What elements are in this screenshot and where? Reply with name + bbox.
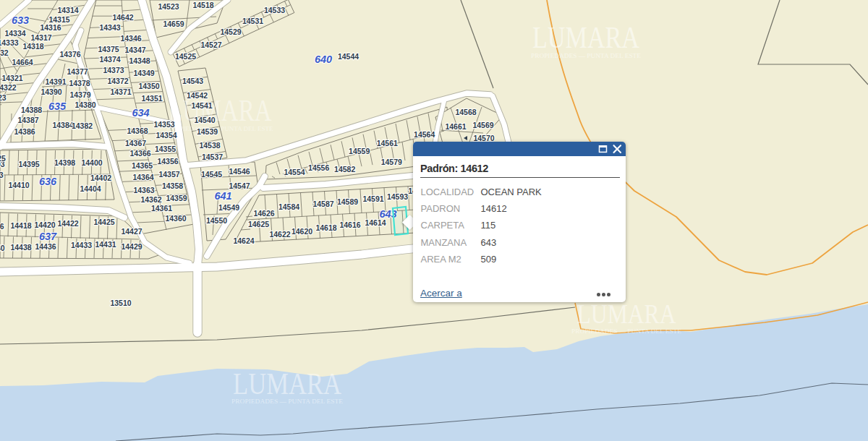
svg-text:14410: 14410: [8, 181, 29, 189]
svg-text:14380: 14380: [75, 100, 95, 109]
svg-text:14546: 14546: [229, 167, 250, 176]
svg-text:633: 633: [12, 14, 29, 26]
svg-text:14664: 14664: [12, 58, 33, 67]
svg-text:14368: 14368: [127, 127, 148, 135]
svg-text:634: 634: [132, 107, 149, 119]
svg-text:14550: 14550: [206, 216, 227, 225]
svg-text:14427: 14427: [121, 227, 142, 236]
svg-text:14537: 14537: [202, 153, 223, 161]
svg-text:14377: 14377: [67, 67, 88, 76]
svg-text:14416: 14416: [0, 222, 4, 231]
svg-text:14549: 14549: [218, 203, 239, 212]
svg-text:14625: 14625: [248, 220, 269, 228]
svg-text:14357: 14357: [158, 170, 179, 179]
svg-text:25: 25: [0, 154, 6, 163]
svg-text:14404: 14404: [80, 184, 101, 193]
svg-text:14570: 14570: [473, 134, 494, 142]
svg-text:14400: 14400: [81, 158, 102, 167]
svg-text:LUMARA: LUMARA: [577, 299, 676, 329]
svg-text:14539: 14539: [197, 127, 218, 136]
svg-text:14379: 14379: [69, 90, 90, 99]
svg-text:641: 641: [214, 190, 231, 202]
svg-text:14349: 14349: [133, 69, 154, 77]
svg-text:14559: 14559: [349, 147, 370, 155]
svg-text:LUMARA: LUMARA: [169, 94, 273, 127]
svg-text:14587: 14587: [312, 200, 333, 208]
svg-text:14554: 14554: [284, 168, 305, 176]
svg-text:14318: 14318: [22, 42, 43, 51]
svg-text:14402: 14402: [90, 174, 111, 182]
svg-text:14363: 14363: [133, 186, 154, 194]
svg-text:14579: 14579: [381, 158, 402, 166]
svg-text:14350: 14350: [138, 82, 159, 90]
svg-text:14375: 14375: [98, 45, 119, 53]
svg-text:14365: 14365: [132, 161, 153, 170]
svg-text:14367: 14367: [125, 139, 146, 147]
svg-text:14618: 14618: [315, 223, 336, 232]
svg-text:14346: 14346: [120, 34, 141, 43]
svg-text:14616: 14616: [339, 220, 360, 229]
svg-text:14642: 14642: [112, 13, 133, 22]
svg-text:14384: 14384: [52, 121, 73, 129]
svg-text:640: 640: [315, 53, 332, 65]
svg-text:14398: 14398: [54, 158, 75, 167]
svg-text:14626: 14626: [253, 209, 274, 218]
svg-text:14360: 14360: [165, 214, 186, 223]
svg-text:14568: 14568: [455, 108, 476, 116]
svg-text:14540: 14540: [194, 116, 215, 124]
svg-text:PROPIEDADES — PUNTA DEL ESTE: PROPIEDADES — PUNTA DEL ESTE: [231, 398, 344, 405]
svg-text:14355: 14355: [155, 145, 176, 153]
svg-text:14420: 14420: [34, 220, 55, 229]
svg-text:14431: 14431: [95, 240, 116, 249]
svg-text:14541: 14541: [191, 101, 212, 110]
svg-text:14620: 14620: [292, 227, 312, 236]
svg-text:14436: 14436: [35, 242, 56, 251]
svg-text:14356: 14356: [157, 157, 178, 166]
svg-text:14661: 14661: [445, 122, 466, 131]
svg-text:14361: 14361: [151, 204, 172, 213]
svg-text:14374: 14374: [99, 55, 120, 64]
svg-text:14362: 14362: [140, 195, 161, 204]
svg-text:14614: 14614: [365, 218, 386, 227]
svg-text:14533: 14533: [264, 6, 285, 14]
svg-text:14364: 14364: [132, 173, 153, 181]
svg-text:14425: 14425: [93, 218, 114, 226]
svg-text:14543: 14543: [182, 77, 203, 85]
svg-text:14333: 14333: [0, 38, 19, 47]
svg-text:14403: 14403: [0, 171, 4, 179]
svg-text:14395: 14395: [18, 160, 39, 168]
svg-text:14316: 14316: [40, 23, 61, 32]
svg-text:14373: 14373: [103, 66, 124, 74]
svg-text:PROPIEDADES — PUNTA DEL ESTE: PROPIEDADES — PUNTA DEL ESTE: [531, 52, 642, 59]
svg-text:13510: 13510: [110, 299, 131, 307]
svg-text:14593: 14593: [387, 192, 408, 201]
svg-text:14366: 14366: [129, 149, 150, 158]
svg-text:14527: 14527: [200, 40, 221, 49]
svg-text:14518: 14518: [192, 1, 213, 9]
svg-text:14589: 14589: [337, 197, 358, 206]
svg-text:14429: 14429: [121, 242, 142, 251]
svg-text:PROPIEDADES — PUNTA DEL ESTE: PROPIEDADES — PUNTA DEL ESTE: [571, 327, 682, 335]
svg-text:14622: 14622: [269, 230, 290, 239]
svg-text:14659: 14659: [163, 20, 184, 28]
svg-text:637: 637: [39, 231, 57, 242]
svg-text:14354: 14354: [156, 131, 176, 140]
svg-text:14390: 14390: [41, 87, 61, 96]
svg-text:14378: 14378: [69, 79, 90, 87]
svg-text:14359: 14359: [166, 194, 187, 202]
svg-text:14438: 14438: [10, 243, 31, 252]
svg-text:14561: 14561: [377, 139, 398, 147]
svg-text:LUMARA: LUMARA: [532, 21, 640, 54]
svg-text:14321: 14321: [1, 74, 22, 82]
svg-text:635: 635: [48, 100, 67, 112]
svg-text:14353: 14353: [153, 120, 174, 129]
svg-text:14387: 14387: [17, 116, 38, 124]
svg-text:14348: 14348: [129, 56, 150, 65]
svg-text:14347: 14347: [124, 46, 145, 54]
svg-text:14538: 14538: [199, 141, 220, 150]
svg-text:14433: 14433: [71, 241, 92, 249]
svg-text:14569: 14569: [472, 121, 493, 129]
svg-text:14422: 14422: [57, 219, 78, 228]
svg-text:14322: 14322: [0, 83, 17, 92]
svg-text:14317: 14317: [30, 33, 51, 42]
